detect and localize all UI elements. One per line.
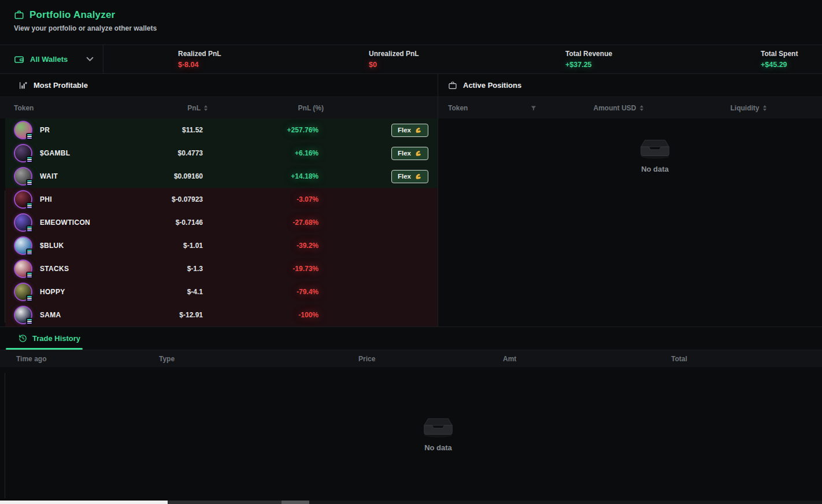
token-avatar — [14, 144, 32, 162]
chain-badge-icon — [26, 202, 33, 209]
token-avatar — [14, 260, 32, 278]
pnl-value: $0.09160 — [142, 172, 203, 180]
token-avatar — [14, 121, 32, 139]
column-header-type: Type — [159, 355, 358, 363]
token-avatar — [14, 236, 32, 255]
stat-realized-pnl: Realized PnL $-8.04 — [178, 50, 221, 69]
chain-badge-icon — [26, 249, 33, 255]
sort-icon — [639, 105, 644, 112]
active-positions-empty-state: No data — [614, 134, 695, 173]
pnl-pct-value: -39.2% — [203, 242, 319, 250]
sort-icon — [762, 105, 767, 112]
pnl-pct-value: -79.4% — [203, 288, 319, 296]
section-title: Active Positions — [463, 81, 521, 90]
stat-total-spent: Total Spent +$45.29 — [761, 50, 798, 69]
pnl-value: $-12.91 — [142, 311, 203, 319]
token-avatar — [14, 190, 32, 209]
flex-button[interactable]: Flex — [391, 170, 428, 183]
table-row[interactable]: STACKS $-1.3 -19.73% — [5, 257, 438, 280]
most-profitable-rows: PR $11.52 +257.76% Flex $GAMBL $0.4773 +… — [5, 118, 438, 327]
tab-trade-history[interactable]: Trade History — [32, 334, 80, 343]
pnl-value: $0.4773 — [142, 149, 203, 157]
table-row[interactable]: EMEOWTICON $-0.7146 -27.68% — [5, 211, 438, 234]
table-row[interactable]: PHI $-0.07923 -3.07% — [5, 188, 438, 211]
token-name: WAIT — [40, 172, 58, 180]
pnl-value: $-0.07923 — [142, 195, 203, 203]
stat-total-revenue: Total Revenue +$37.25 — [565, 50, 612, 69]
chain-badge-icon — [26, 225, 33, 232]
briefcase-icon — [14, 10, 24, 20]
stat-value: $0 — [369, 61, 419, 69]
table-row[interactable]: PR $11.52 +257.76% Flex — [5, 118, 438, 142]
bicep-icon — [414, 173, 422, 180]
column-header-token: Token — [448, 104, 540, 112]
bicep-icon — [414, 150, 422, 157]
chain-badge-icon — [26, 133, 33, 140]
table-row[interactable]: SAMA $-12.91 -100% — [5, 303, 438, 327]
bicep-icon — [414, 127, 422, 134]
token-avatar — [14, 167, 32, 186]
pnl-pct-value: -100% — [203, 311, 319, 319]
flex-button[interactable]: Flex — [391, 124, 428, 137]
page-subtitle: View your portfolio or analyze other wal… — [14, 24, 157, 32]
token-name: SAMA — [40, 311, 61, 319]
table-row[interactable]: HOPPY $-4.1 -79.4% — [5, 280, 438, 303]
token-name: PHI — [40, 195, 52, 203]
stat-value: +$37.25 — [565, 61, 612, 69]
active-positions-table-header: Token Amount USD Liquidity — [438, 97, 822, 118]
history-clock-icon — [18, 334, 27, 343]
token-avatar — [14, 213, 32, 232]
token-avatar — [14, 283, 32, 301]
empty-box-icon — [420, 413, 456, 438]
scrollbar-thumb[interactable] — [0, 501, 168, 504]
column-header-pnl[interactable]: PnL — [147, 104, 208, 112]
page-title: Portfolio Analyzer — [29, 9, 115, 21]
chain-badge-icon — [26, 295, 33, 302]
wallet-icon — [14, 54, 24, 65]
flex-button[interactable]: Flex — [391, 147, 428, 160]
token-name: $BLUK — [40, 242, 64, 250]
pnl-value: $11.52 — [142, 126, 203, 134]
empty-box-icon — [637, 134, 673, 160]
table-row[interactable]: WAIT $0.09160 +14.18% Flex — [5, 165, 438, 188]
bar-chart-icon — [18, 81, 28, 90]
pnl-pct-value: +14.18% — [203, 172, 319, 180]
pnl-value: $-1.01 — [142, 242, 203, 250]
pnl-pct-value: +257.76% — [203, 126, 319, 134]
token-name: EMEOWTICON — [40, 218, 90, 227]
left-scrollbar-track[interactable] — [5, 191, 5, 323]
stat-value: $-8.04 — [178, 61, 221, 69]
horizontal-scrollbar[interactable] — [0, 501, 822, 504]
column-header-pnl-pct[interactable]: PnL (%) — [208, 104, 324, 112]
token-name: $GAMBL — [40, 149, 70, 157]
chain-badge-icon — [26, 179, 33, 186]
table-row[interactable]: $GAMBL $0.4773 +6.16% Flex — [5, 142, 438, 165]
active-positions-panel: Active Positions Token Amount USD Liquid… — [438, 74, 822, 327]
chevron-down-icon — [86, 57, 94, 62]
trade-history-table-header: Time ago Type Price Amt Total — [0, 350, 822, 367]
pnl-pct-value: +6.16% — [203, 149, 319, 157]
token-avatar — [14, 306, 32, 324]
empty-state-text: No data — [424, 443, 452, 452]
scrollbar-thumb[interactable] — [282, 501, 309, 504]
portfolio-analyzer-page: Portfolio Analyzer View your portfolio o… — [0, 0, 822, 504]
sort-icon — [203, 105, 208, 112]
section-title: Most Profitable — [34, 81, 88, 90]
wallet-selector[interactable]: All Wallets — [0, 45, 103, 73]
pnl-value: $-1.3 — [142, 265, 203, 273]
chain-badge-icon — [26, 156, 33, 163]
token-name: STACKS — [40, 265, 69, 273]
table-row[interactable]: $BLUK $-1.01 -39.2% — [5, 234, 438, 257]
column-header-time-ago: Time ago — [16, 355, 159, 363]
trade-history-section: Trade History Time ago Type Price Amt To… — [0, 327, 822, 499]
column-header-liquidity[interactable]: Liquidity — [697, 104, 801, 112]
left-scrollbar-track[interactable] — [5, 373, 5, 498]
filter-funnel-icon[interactable] — [530, 105, 537, 112]
scrollbar-track-segment[interactable] — [168, 501, 282, 504]
column-header-token: Token — [14, 104, 147, 112]
trade-history-empty-state: No data — [398, 413, 479, 452]
pnl-value: $-0.7146 — [142, 218, 203, 227]
stat-value: +$45.29 — [761, 61, 798, 69]
stat-unrealized-pnl: Unrealized PnL $0 — [369, 50, 419, 69]
column-header-amount-usd[interactable]: Amount USD — [540, 104, 697, 112]
